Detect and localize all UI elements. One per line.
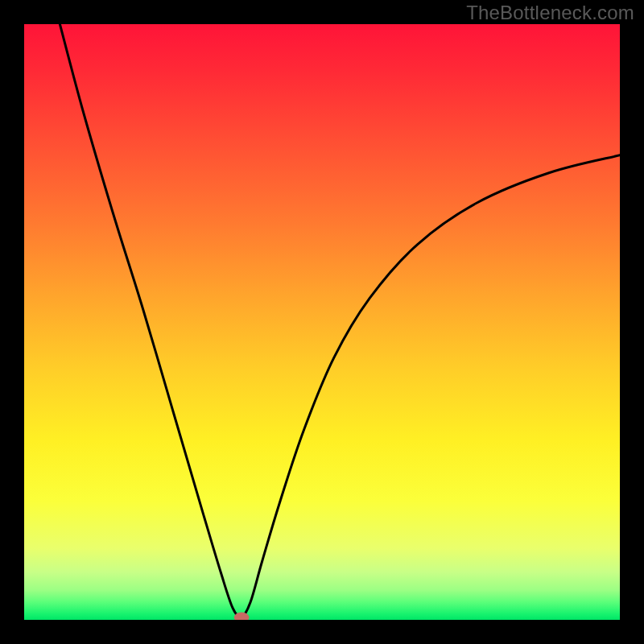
plot-area (24, 24, 620, 620)
bottleneck-curve (24, 24, 620, 620)
curve-right-branch (242, 155, 620, 620)
chart-frame: TheBottleneck.com (0, 0, 644, 644)
minimum-marker (234, 613, 249, 620)
watermark-text: TheBottleneck.com (466, 2, 634, 24)
curve-left-branch (60, 24, 242, 620)
